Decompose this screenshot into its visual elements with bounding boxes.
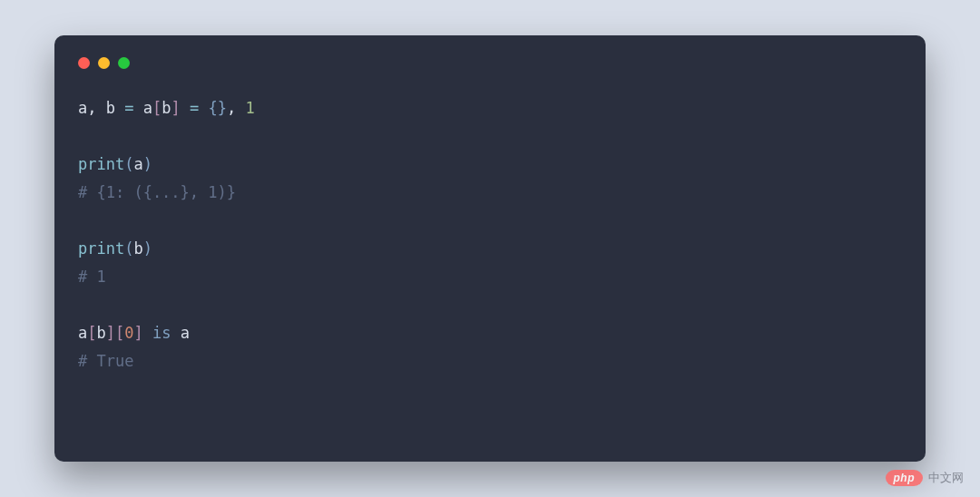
code-token: a <box>133 155 142 173</box>
code-token: [ <box>152 99 162 117</box>
code-line: # 1 <box>78 268 106 286</box>
code-line: print(a) <box>78 155 152 173</box>
code-line <box>78 211 87 229</box>
code-token: = <box>124 99 133 117</box>
code-line: # True <box>78 352 133 370</box>
code-line: print(b) <box>78 239 152 258</box>
code-token: 1 <box>245 99 254 117</box>
code-token: [ <box>87 324 96 342</box>
code-token <box>181 99 190 117</box>
code-token <box>143 324 152 342</box>
code-token: ] <box>171 99 180 117</box>
code-token: print <box>78 239 124 258</box>
code-token: , <box>227 99 245 117</box>
code-token: ( <box>124 239 133 258</box>
code-token: ) <box>143 155 152 173</box>
code-token: ] <box>106 324 115 342</box>
code-token: ) <box>143 239 152 258</box>
code-token: b <box>106 99 115 117</box>
code-token <box>133 99 142 117</box>
code-token: , <box>87 99 105 117</box>
code-line: # {1: ({...}, 1)} <box>78 183 236 201</box>
code-token: # True <box>78 352 133 370</box>
code-token: = <box>190 99 199 117</box>
code-line <box>78 127 87 145</box>
zoom-icon[interactable] <box>118 57 130 69</box>
code-token <box>115 99 124 117</box>
code-token <box>199 99 208 117</box>
code-block: a, b = a[b] = {}, 1 print(a) # {1: ({...… <box>78 94 902 375</box>
code-token: a <box>78 99 87 117</box>
code-token: {} <box>208 99 226 117</box>
code-line: a[b][0] is a <box>78 324 190 342</box>
code-line <box>78 296 87 314</box>
code-token: b <box>133 239 142 258</box>
code-window: a, b = a[b] = {}, 1 print(a) # {1: ({...… <box>54 35 926 462</box>
code-token: ( <box>124 155 133 173</box>
code-line: a, b = a[b] = {}, 1 <box>78 99 255 117</box>
code-token: 0 <box>124 324 133 342</box>
code-token: print <box>78 155 124 173</box>
code-token: [ <box>115 324 124 342</box>
code-token: a <box>143 99 152 117</box>
minimize-icon[interactable] <box>98 57 110 69</box>
code-token: a <box>78 324 87 342</box>
code-token: is <box>152 324 171 342</box>
code-token: a <box>181 324 190 342</box>
code-token: # {1: ({...}, 1)} <box>78 183 236 201</box>
code-token: b <box>97 324 106 342</box>
code-token <box>171 324 180 342</box>
watermark-badge: php <box>886 470 924 486</box>
traffic-lights <box>78 57 902 69</box>
close-icon[interactable] <box>78 57 90 69</box>
code-token: b <box>162 99 171 117</box>
code-token: # 1 <box>78 268 106 286</box>
watermark: php 中文网 <box>886 470 965 486</box>
code-token: ] <box>134 324 143 342</box>
watermark-text: 中文网 <box>928 470 964 486</box>
